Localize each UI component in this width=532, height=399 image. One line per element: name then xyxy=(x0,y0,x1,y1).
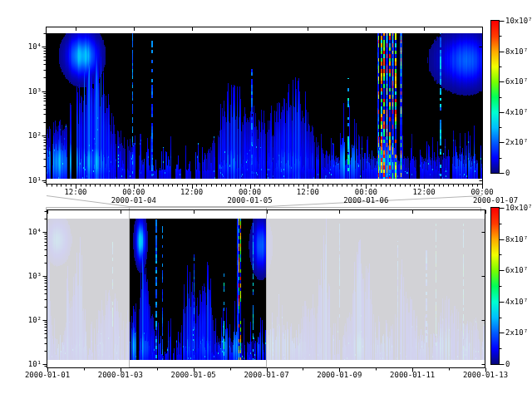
top-x-tick-label: 00:00 xyxy=(122,189,145,196)
spectrogram-figure: 12:0000:002000-01-0412:0000:002000-01-05… xyxy=(0,0,532,399)
bottom-x-tick-label: 2000-01-03 xyxy=(98,372,143,379)
top-x-date-label: 2000-01-05 xyxy=(227,197,272,204)
bottom-y-tick-label: 10³ xyxy=(28,273,42,280)
bottom-colorbar-label: 2x10⁷ xyxy=(505,329,528,337)
bottom-x-tick-label: 2000-01-13 xyxy=(463,372,508,379)
top-y-tick-label: 10² xyxy=(28,132,42,140)
top-y-tick-label: 10⁴ xyxy=(28,43,42,51)
top-x-tick-label: 00:00 xyxy=(239,189,261,196)
top-x-tick-label: 12:00 xyxy=(413,189,436,196)
top-x-tick-label: 00:00 xyxy=(355,189,377,196)
top-colorbar-label: 2x10⁷ xyxy=(505,139,528,146)
bottom-colorbar-label: 10x10⁷ xyxy=(505,204,532,212)
top-colorbar-label: 8x10⁷ xyxy=(505,47,528,55)
bottom-y-tick-label: 10⁴ xyxy=(28,229,42,236)
top-colorbar-label: 6x10⁷ xyxy=(505,78,528,86)
bottom-y-tick-label: 10² xyxy=(28,317,42,324)
top-x-tick-label: 12:00 xyxy=(297,189,319,196)
top-x-tick-label: 12:00 xyxy=(64,189,86,196)
bottom-x-tick-label: 2000-01-09 xyxy=(317,372,362,379)
bottom-x-tick-label: 2000-01-11 xyxy=(390,372,435,379)
bottom-y-tick-label: 10¹ xyxy=(28,361,42,368)
top-x-date-label: 2000-01-06 xyxy=(343,197,388,204)
selection-region[interactable] xyxy=(129,206,267,367)
top-colorbar-label: 0 xyxy=(505,170,510,177)
bottom-colorbar-label: 4x10⁷ xyxy=(505,298,528,305)
bottom-colorbar-label: 8x10⁷ xyxy=(505,235,528,243)
top-colorbar xyxy=(490,20,500,174)
bottom-colorbar-label: 6x10⁷ xyxy=(505,267,528,274)
bottom-x-tick-label: 2000-01-05 xyxy=(171,372,216,379)
bottom-x-tick-label: 2000-01-01 xyxy=(25,372,70,379)
top-x-date-label: 2000-01-04 xyxy=(111,197,156,204)
top-colorbar-label: 10x10⁷ xyxy=(505,17,532,25)
top-y-tick-label: 10³ xyxy=(28,87,42,95)
bottom-colorbar xyxy=(490,207,500,365)
top-y-tick-label: 10¹ xyxy=(28,176,42,184)
bottom-colorbar-label: 0 xyxy=(505,361,510,368)
top-panel-plot-area[interactable] xyxy=(46,27,483,185)
top-x-tick-label: 12:00 xyxy=(180,189,203,196)
bottom-x-tick-label: 2000-01-07 xyxy=(244,372,288,379)
top-colorbar-label: 4x10⁷ xyxy=(505,108,528,116)
top-x-tick-label: 00:00 xyxy=(470,189,493,196)
